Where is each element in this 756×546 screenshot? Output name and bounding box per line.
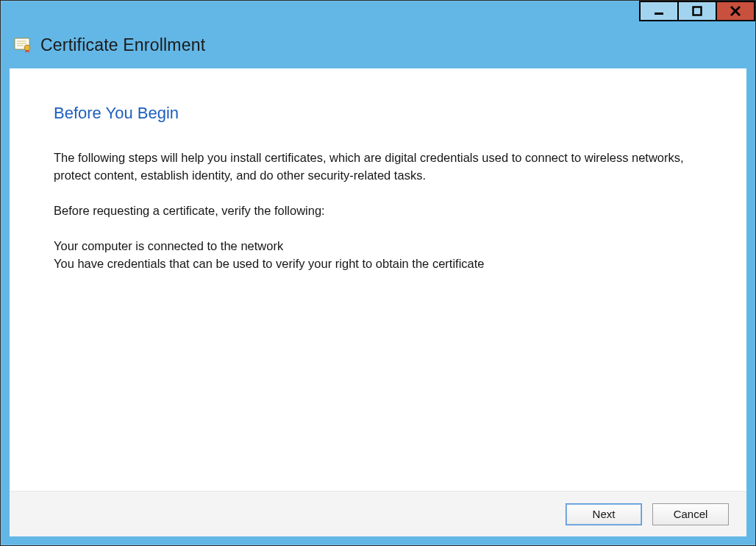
dialog-title: Certificate Enrollment (40, 35, 205, 55)
maximize-button[interactable] (677, 1, 717, 21)
section-heading: Before You Begin (54, 104, 705, 123)
body-text: The following steps will help you instal… (54, 149, 705, 273)
check-item-1: Your computer is connected to the networ… (54, 238, 705, 255)
content-body: Before You Begin The following steps wil… (10, 68, 746, 491)
dialog-window: Certificate Enrollment Before You Begin … (0, 0, 756, 546)
intro-paragraph: The following steps will help you instal… (54, 149, 705, 185)
verify-prompt: Before requesting a certificate, verify … (54, 202, 705, 220)
next-button[interactable]: Next (566, 503, 642, 525)
svg-rect-0 (655, 13, 663, 15)
cancel-button[interactable]: Cancel (652, 503, 729, 525)
content-panel: Before You Begin The following steps wil… (10, 68, 746, 536)
svg-rect-1 (693, 7, 702, 15)
titlebar (1, 1, 755, 21)
dialog-footer: Next Cancel (10, 491, 746, 536)
svg-point-6 (24, 45, 30, 51)
minimize-button[interactable] (639, 1, 679, 21)
window-controls (641, 1, 755, 21)
dialog-header: Certificate Enrollment (1, 21, 755, 68)
certificate-icon (14, 37, 32, 53)
check-item-2: You have credentials that can be used to… (54, 255, 705, 273)
close-button[interactable] (716, 1, 755, 21)
